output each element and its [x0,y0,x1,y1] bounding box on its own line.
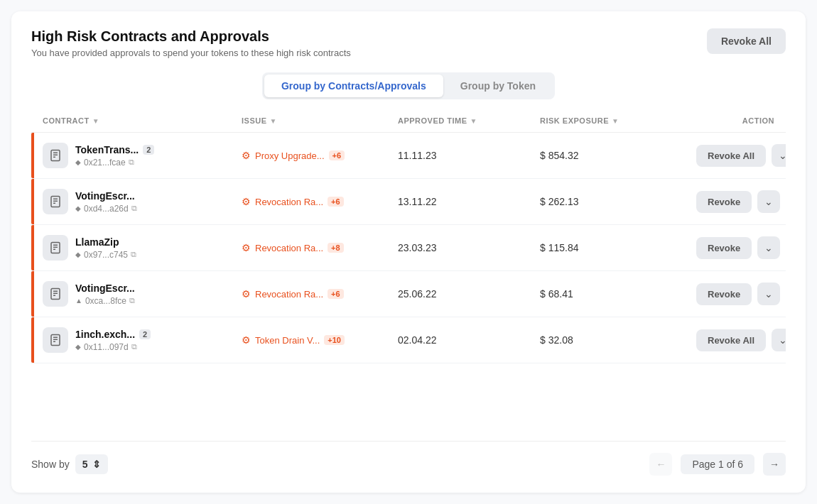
chain-icon: ◆ [75,251,81,258]
tab-by-token[interactable]: Group by Token [443,75,553,97]
contract-cell: LlamaZip ◆ 0x97...c745 ⧉ [43,235,242,261]
issue-sort-icon[interactable]: ▼ [270,117,277,125]
next-page-button[interactable]: → [763,453,786,476]
table-row: LlamaZip ◆ 0x97...c745 ⧉ ⚙ Revocation Ra… [31,225,786,271]
risk-exposure-cell: $ 262.13 [540,196,696,207]
col-risk-exposure: RISK EXPOSURE ▼ [540,116,696,125]
contract-address: ◆ 0x11...097d ⧉ [75,342,151,352]
contract-badge: 2 [143,145,154,155]
revoke-all-button[interactable]: Revoke All [707,28,786,54]
issue-count-badge: +8 [328,243,344,253]
chain-icon: ◆ [75,204,81,212]
col-approved-time: APPROVED TIME ▼ [398,116,540,125]
issue-link[interactable]: Token Drain V... [255,335,320,346]
contract-info: TokenTrans... 2 ◆ 0x21...fcae ⧉ [75,144,154,168]
contract-name: 1inch.exch... 2 [75,329,151,340]
contract-cell: TokenTrans... 2 ◆ 0x21...fcae ⧉ [43,143,242,168]
table-body: TokenTrans... 2 ◆ 0x21...fcae ⧉ ⚙ Proxy … [31,133,786,441]
tab-container: Group by Contracts/Approvals Group by To… [262,72,555,99]
contract-name: VotingEscr... [75,283,135,294]
issue-link[interactable]: Revocation Ra... [255,197,323,207]
issue-cell: ⚙ Revocation Ra... +8 [242,242,398,253]
expand-row-button[interactable]: ⌄ [757,236,780,259]
copy-address-icon[interactable]: ⧉ [131,342,137,351]
issue-cell: ⚙ Token Drain V... +10 [242,334,398,346]
page-subtitle: You have provided approvals to spend you… [31,48,351,58]
tab-group: Group by Contracts/Approvals Group by To… [31,72,786,99]
show-by-control: Show by 5 ⇕ [31,454,108,474]
table-row: TokenTrans... 2 ◆ 0x21...fcae ⧉ ⚙ Proxy … [31,133,786,179]
prev-page-button[interactable]: ← [649,453,672,476]
chain-icon: ▲ [75,297,82,305]
show-by-select[interactable]: 5 ⇕ [75,454,108,474]
issue-link[interactable]: Proxy Upgrade... [255,150,325,161]
table-row: VotingEscr... ◆ 0xd4...a26d ⧉ ⚙ Revocati… [31,179,786,225]
revoke-row-button[interactable]: Revoke [696,191,752,213]
approved-sort-icon[interactable]: ▼ [470,117,477,125]
tab-contracts-approvals[interactable]: Group by Contracts/Approvals [264,75,443,97]
table-footer: Show by 5 ⇕ ← Page 1 of 6 → [31,441,786,476]
chain-icon: ◆ [75,343,81,351]
contract-info: VotingEscr... ▲ 0xca...8fce ⧉ [75,283,135,306]
revoke-row-button[interactable]: Revoke [696,237,752,259]
contract-cell: VotingEscr... ◆ 0xd4...a26d ⧉ [43,189,242,214]
issue-cell: ⚙ Revocation Ra... +6 [242,196,398,207]
bug-icon: ⚙ [242,288,251,300]
copy-address-icon[interactable]: ⧉ [129,158,134,167]
col-issue: ISSUE ▼ [242,116,398,125]
pagination: ← Page 1 of 6 → [649,453,786,476]
contract-icon [43,235,68,261]
bug-icon: ⚙ [242,334,251,346]
col-contract: CONTRACT ▼ [43,116,242,125]
risk-exposure-cell: $ 854.32 [540,150,696,161]
revoke-all-row-button[interactable]: Revoke All [696,329,766,351]
approved-time-cell: 23.03.23 [398,242,540,253]
table-header: CONTRACT ▼ ISSUE ▼ APPROVED TIME ▼ RISK … [31,116,786,133]
issue-link[interactable]: Revocation Ra... [255,243,323,253]
show-by-label: Show by [31,459,70,470]
bug-icon: ⚙ [242,242,251,253]
action-cell: Revoke All ⌄ [696,144,786,167]
show-by-chevron-icon: ⇕ [92,459,101,470]
issue-count-badge: +6 [329,150,345,160]
chain-icon: ◆ [75,158,81,166]
issue-link[interactable]: Revocation Ra... [255,289,323,300]
table-row: 1inch.exch... 2 ◆ 0x11...097d ⧉ ⚙ Token … [31,317,786,363]
copy-address-icon[interactable]: ⧉ [129,296,135,305]
contract-name: LlamaZip [75,236,136,248]
bug-icon: ⚙ [242,150,251,161]
revoke-row-button[interactable]: Revoke [696,283,752,305]
contract-icon [43,281,68,307]
copy-address-icon[interactable]: ⧉ [131,250,136,259]
copy-address-icon[interactable]: ⧉ [131,204,137,213]
contract-icon [43,189,68,214]
issue-count-badge: +6 [328,197,344,207]
contract-sort-icon[interactable]: ▼ [92,117,99,125]
approved-time-cell: 25.06.22 [398,288,540,300]
page-title: High Risk Contracts and Approvals [31,28,351,45]
contract-address: ◆ 0x97...c745 ⧉ [75,250,136,260]
contract-icon [43,143,68,168]
risk-sort-icon[interactable]: ▼ [612,117,619,125]
contract-address: ◆ 0xd4...a26d ⧉ [75,204,137,214]
issue-cell: ⚙ Proxy Upgrade... +6 [242,150,398,161]
expand-row-button[interactable]: ⌄ [772,144,786,167]
page-info: Page 1 of 6 [681,454,754,474]
expand-row-button[interactable]: ⌄ [757,190,780,213]
action-cell: Revoke All ⌄ [696,329,786,351]
approved-time-cell: 02.04.22 [398,334,540,346]
action-cell: Revoke ⌄ [696,236,780,259]
risk-exposure-cell: $ 115.84 [540,242,696,253]
action-cell: Revoke ⌄ [696,283,780,305]
contract-info: 1inch.exch... 2 ◆ 0x11...097d ⧉ [75,329,151,352]
show-by-value: 5 [82,459,88,470]
revoke-all-row-button[interactable]: Revoke All [696,145,766,167]
contract-name: TokenTrans... 2 [75,144,154,155]
main-table: CONTRACT ▼ ISSUE ▼ APPROVED TIME ▼ RISK … [31,116,786,441]
contract-info: LlamaZip ◆ 0x97...c745 ⧉ [75,236,136,260]
expand-row-button[interactable]: ⌄ [772,329,786,351]
risk-exposure-cell: $ 32.08 [540,334,696,346]
bug-icon: ⚙ [242,196,251,207]
contract-name: VotingEscr... [75,190,137,202]
expand-row-button[interactable]: ⌄ [757,283,780,305]
